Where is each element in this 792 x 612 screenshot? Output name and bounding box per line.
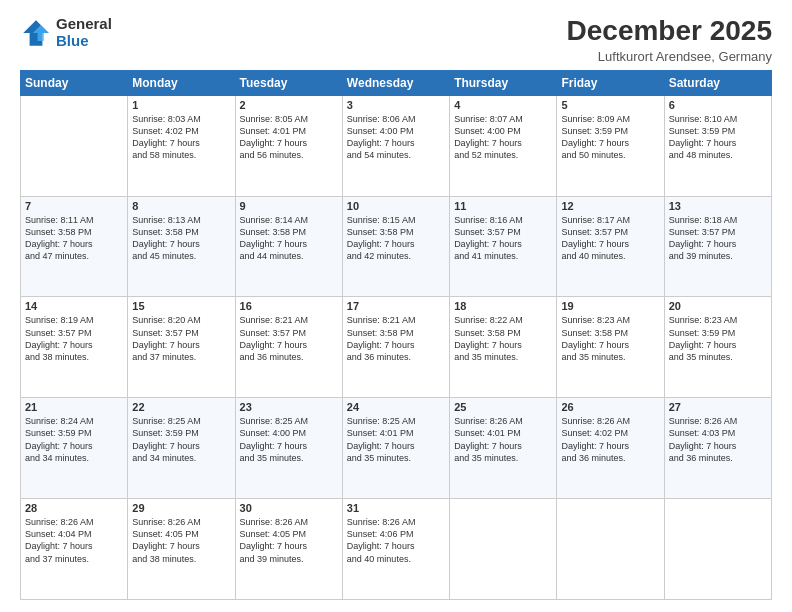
title-block: December 2025 Luftkurort Arendsee, Germa… [567,16,772,64]
day-number: 28 [25,502,123,514]
calendar-cell: 15Sunrise: 8:20 AMSunset: 3:57 PMDayligh… [128,297,235,398]
calendar-cell: 16Sunrise: 8:21 AMSunset: 3:57 PMDayligh… [235,297,342,398]
week-row-4: 21Sunrise: 8:24 AMSunset: 3:59 PMDayligh… [21,398,772,499]
day-number: 29 [132,502,230,514]
day-info: Sunrise: 8:16 AMSunset: 3:57 PMDaylight:… [454,214,552,263]
day-number: 10 [347,200,445,212]
day-info: Sunrise: 8:21 AMSunset: 3:58 PMDaylight:… [347,314,445,363]
header: General Blue December 2025 Luftkurort Ar… [20,16,772,64]
column-header-wednesday: Wednesday [342,70,449,95]
day-info: Sunrise: 8:26 AMSunset: 4:05 PMDaylight:… [132,516,230,565]
day-info: Sunrise: 8:18 AMSunset: 3:57 PMDaylight:… [669,214,767,263]
day-number: 13 [669,200,767,212]
week-row-1: 1Sunrise: 8:03 AMSunset: 4:02 PMDaylight… [21,95,772,196]
calendar-cell: 30Sunrise: 8:26 AMSunset: 4:05 PMDayligh… [235,499,342,600]
day-info: Sunrise: 8:17 AMSunset: 3:57 PMDaylight:… [561,214,659,263]
day-number: 16 [240,300,338,312]
column-header-tuesday: Tuesday [235,70,342,95]
calendar-cell: 23Sunrise: 8:25 AMSunset: 4:00 PMDayligh… [235,398,342,499]
day-number: 21 [25,401,123,413]
page: General Blue December 2025 Luftkurort Ar… [0,0,792,612]
calendar-cell: 31Sunrise: 8:26 AMSunset: 4:06 PMDayligh… [342,499,449,600]
day-number: 31 [347,502,445,514]
day-info: Sunrise: 8:10 AMSunset: 3:59 PMDaylight:… [669,113,767,162]
logo: General Blue [20,16,112,49]
day-number: 9 [240,200,338,212]
day-number: 15 [132,300,230,312]
day-info: Sunrise: 8:20 AMSunset: 3:57 PMDaylight:… [132,314,230,363]
day-number: 14 [25,300,123,312]
day-number: 30 [240,502,338,514]
day-number: 7 [25,200,123,212]
column-header-thursday: Thursday [450,70,557,95]
day-info: Sunrise: 8:19 AMSunset: 3:57 PMDaylight:… [25,314,123,363]
day-number: 11 [454,200,552,212]
day-info: Sunrise: 8:21 AMSunset: 3:57 PMDaylight:… [240,314,338,363]
day-info: Sunrise: 8:26 AMSunset: 4:03 PMDaylight:… [669,415,767,464]
calendar-cell: 21Sunrise: 8:24 AMSunset: 3:59 PMDayligh… [21,398,128,499]
calendar-cell: 25Sunrise: 8:26 AMSunset: 4:01 PMDayligh… [450,398,557,499]
calendar-cell: 26Sunrise: 8:26 AMSunset: 4:02 PMDayligh… [557,398,664,499]
calendar-cell: 2Sunrise: 8:05 AMSunset: 4:01 PMDaylight… [235,95,342,196]
day-number: 23 [240,401,338,413]
day-info: Sunrise: 8:26 AMSunset: 4:05 PMDaylight:… [240,516,338,565]
day-number: 18 [454,300,552,312]
day-info: Sunrise: 8:25 AMSunset: 4:00 PMDaylight:… [240,415,338,464]
column-header-sunday: Sunday [21,70,128,95]
calendar-cell: 4Sunrise: 8:07 AMSunset: 4:00 PMDaylight… [450,95,557,196]
day-info: Sunrise: 8:05 AMSunset: 4:01 PMDaylight:… [240,113,338,162]
day-info: Sunrise: 8:15 AMSunset: 3:58 PMDaylight:… [347,214,445,263]
calendar-cell: 28Sunrise: 8:26 AMSunset: 4:04 PMDayligh… [21,499,128,600]
calendar-cell: 20Sunrise: 8:23 AMSunset: 3:59 PMDayligh… [664,297,771,398]
week-row-3: 14Sunrise: 8:19 AMSunset: 3:57 PMDayligh… [21,297,772,398]
calendar-cell: 5Sunrise: 8:09 AMSunset: 3:59 PMDaylight… [557,95,664,196]
day-number: 24 [347,401,445,413]
column-header-friday: Friday [557,70,664,95]
calendar-cell: 3Sunrise: 8:06 AMSunset: 4:00 PMDaylight… [342,95,449,196]
week-row-5: 28Sunrise: 8:26 AMSunset: 4:04 PMDayligh… [21,499,772,600]
day-info: Sunrise: 8:26 AMSunset: 4:06 PMDaylight:… [347,516,445,565]
day-info: Sunrise: 8:25 AMSunset: 3:59 PMDaylight:… [132,415,230,464]
day-number: 5 [561,99,659,111]
day-info: Sunrise: 8:14 AMSunset: 3:58 PMDaylight:… [240,214,338,263]
calendar-cell: 13Sunrise: 8:18 AMSunset: 3:57 PMDayligh… [664,196,771,297]
day-number: 3 [347,99,445,111]
column-header-monday: Monday [128,70,235,95]
day-info: Sunrise: 8:22 AMSunset: 3:58 PMDaylight:… [454,314,552,363]
day-info: Sunrise: 8:09 AMSunset: 3:59 PMDaylight:… [561,113,659,162]
day-info: Sunrise: 8:26 AMSunset: 4:04 PMDaylight:… [25,516,123,565]
calendar-cell: 27Sunrise: 8:26 AMSunset: 4:03 PMDayligh… [664,398,771,499]
day-info: Sunrise: 8:23 AMSunset: 3:58 PMDaylight:… [561,314,659,363]
day-number: 17 [347,300,445,312]
calendar-cell: 24Sunrise: 8:25 AMSunset: 4:01 PMDayligh… [342,398,449,499]
logo-text: General Blue [56,16,112,49]
calendar-cell: 19Sunrise: 8:23 AMSunset: 3:58 PMDayligh… [557,297,664,398]
day-info: Sunrise: 8:24 AMSunset: 3:59 PMDaylight:… [25,415,123,464]
column-header-saturday: Saturday [664,70,771,95]
day-number: 12 [561,200,659,212]
day-info: Sunrise: 8:07 AMSunset: 4:00 PMDaylight:… [454,113,552,162]
calendar-table: SundayMondayTuesdayWednesdayThursdayFrid… [20,70,772,600]
calendar-cell: 11Sunrise: 8:16 AMSunset: 3:57 PMDayligh… [450,196,557,297]
logo-icon [20,17,52,49]
day-number: 6 [669,99,767,111]
logo-blue: Blue [56,33,112,50]
day-info: Sunrise: 8:26 AMSunset: 4:01 PMDaylight:… [454,415,552,464]
calendar-cell [21,95,128,196]
day-number: 4 [454,99,552,111]
day-number: 20 [669,300,767,312]
day-info: Sunrise: 8:03 AMSunset: 4:02 PMDaylight:… [132,113,230,162]
day-info: Sunrise: 8:13 AMSunset: 3:58 PMDaylight:… [132,214,230,263]
calendar-header-row: SundayMondayTuesdayWednesdayThursdayFrid… [21,70,772,95]
calendar-cell [557,499,664,600]
day-number: 27 [669,401,767,413]
calendar-cell [664,499,771,600]
calendar-cell: 29Sunrise: 8:26 AMSunset: 4:05 PMDayligh… [128,499,235,600]
calendar-cell: 7Sunrise: 8:11 AMSunset: 3:58 PMDaylight… [21,196,128,297]
day-number: 26 [561,401,659,413]
calendar-cell: 9Sunrise: 8:14 AMSunset: 3:58 PMDaylight… [235,196,342,297]
calendar-cell: 18Sunrise: 8:22 AMSunset: 3:58 PMDayligh… [450,297,557,398]
calendar-cell [450,499,557,600]
day-number: 19 [561,300,659,312]
month-title: December 2025 [567,16,772,47]
